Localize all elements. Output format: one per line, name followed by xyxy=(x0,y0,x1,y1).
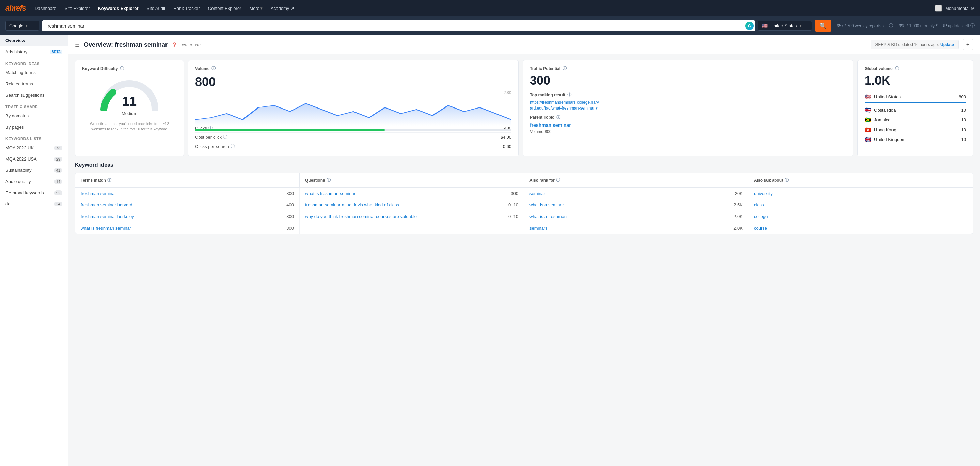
svg-marker-0 xyxy=(195,103,511,126)
sidebar-item-search-suggestions[interactable]: Search suggestions xyxy=(0,89,68,101)
cpc-row: Cost per click ⓘ $4.00 xyxy=(195,132,511,141)
sidebar-item-dell[interactable]: dell 24 xyxy=(0,198,68,209)
country-row-uk[interactable]: 🇬🇧 United Kingdom 10 xyxy=(865,135,966,144)
keyword-link[interactable]: course xyxy=(754,225,767,231)
nav-site-audit[interactable]: Site Audit xyxy=(143,5,169,12)
country-name-us: United States xyxy=(874,94,950,99)
keyword-link[interactable]: seminar xyxy=(530,191,545,196)
weekly-info-icon[interactable]: ⓘ xyxy=(889,23,893,29)
nav-content-explorer[interactable]: Content Explorer xyxy=(205,5,245,12)
country-select[interactable]: 🇺🇸 United States ▾ xyxy=(758,21,812,31)
keyword-link[interactable]: college xyxy=(754,214,768,219)
volume-more-menu[interactable]: ⋯ xyxy=(505,66,511,73)
search-button[interactable]: 🔍 xyxy=(815,20,831,32)
hamburger-icon[interactable]: ☰ xyxy=(75,41,80,48)
cpc-info-icon[interactable]: ⓘ xyxy=(223,134,228,140)
global-volume-info-icon[interactable]: ⓘ xyxy=(895,66,899,71)
keyword-link[interactable]: freshman seminar berkeley xyxy=(81,214,134,219)
nav-more[interactable]: More ▾ xyxy=(246,5,266,12)
top-navigation: ahrefs Dashboard Site Explorer Keywords … xyxy=(0,0,980,16)
keyword-volume: 2.0K xyxy=(725,225,743,231)
keyword-link[interactable]: what is freshman seminar xyxy=(305,191,355,196)
keyword-link[interactable]: what is a freshman xyxy=(530,214,566,219)
col-header-questions: Questions ⓘ xyxy=(300,173,524,188)
us-divider xyxy=(865,102,966,103)
list-item: seminar 20K xyxy=(524,188,748,199)
sidebar-item-sustainability[interactable]: Sustainability 41 xyxy=(0,165,68,176)
add-button[interactable]: + xyxy=(963,39,973,50)
list-count-badge: 41 xyxy=(54,168,62,173)
country-row-hk[interactable]: 🇭🇰 Hong Kong 10 xyxy=(865,125,966,135)
beta-badge: BETA xyxy=(50,50,62,54)
content-header: ☰ Overview: freshman seminar ❓ How to us… xyxy=(68,35,980,54)
parent-topic-link[interactable]: freshman seminar xyxy=(530,122,571,128)
keyword-link[interactable]: what is freshman seminar xyxy=(81,225,131,231)
update-link[interactable]: Update xyxy=(940,42,954,47)
keyword-volume: 0–10 xyxy=(501,214,518,219)
global-volume-label: Global volume ⓘ xyxy=(865,66,966,71)
sidebar-header-keywords-lists: Keywords lists xyxy=(0,133,68,142)
keyword-link[interactable]: freshman seminar xyxy=(81,191,116,196)
country-name-jm: Jamaica xyxy=(874,117,950,122)
parent-topic-info-icon[interactable]: ⓘ xyxy=(557,115,560,120)
volume-info-icon[interactable]: ⓘ xyxy=(212,66,216,71)
engine-select[interactable]: Google ▾ xyxy=(5,21,40,31)
keyword-link[interactable]: why do you think freshman seminar course… xyxy=(305,214,417,219)
nav-dashboard[interactable]: Dashboard xyxy=(31,5,60,12)
sidebar-item-related-terms[interactable]: Related terms xyxy=(0,78,68,89)
how-to-use-button[interactable]: ❓ How to use xyxy=(172,42,200,47)
ideas-col-also-rank: seminar 20K what is a seminar 2.5K what … xyxy=(524,188,748,234)
global-volume-value: 1.0K xyxy=(865,73,966,88)
cps-info-icon[interactable]: ⓘ xyxy=(231,143,235,149)
nav-site-explorer[interactable]: Site Explorer xyxy=(61,5,93,12)
tp-value: 300 xyxy=(530,73,846,88)
sidebar-item-by-pages[interactable]: By pages xyxy=(0,121,68,133)
search-input[interactable] xyxy=(42,21,745,31)
sidebar-item-mqa-usa[interactable]: MQA 2022 USA 29 xyxy=(0,154,68,165)
nav-academy[interactable]: Academy ↗ xyxy=(267,5,298,12)
sidebar-item-ads-history[interactable]: Ads history BETA xyxy=(0,46,68,57)
sidebar-item-ey-broad[interactable]: EY broad keywords 52 xyxy=(0,187,68,198)
list-item: seminars 2.0K xyxy=(524,222,748,234)
top-ranking-label: Top ranking result ⓘ xyxy=(530,92,846,98)
country-row-cr[interactable]: 🇨🇷 Costa Rica 10 xyxy=(865,105,966,115)
keyword-link[interactable]: class xyxy=(754,202,764,208)
keyword-volume: 400 xyxy=(277,202,294,208)
keyword-link[interactable]: university xyxy=(754,191,773,196)
keyword-volume: 300 xyxy=(277,214,294,219)
also-talk-info-icon[interactable]: ⓘ xyxy=(784,177,789,183)
cps-value: 0.60 xyxy=(503,144,511,149)
sidebar-item-overview[interactable]: Overview xyxy=(0,35,68,46)
country-row-us[interactable]: 🇺🇸 United States 800 xyxy=(865,92,966,102)
sidebar: Overview Ads history BETA Keyword ideas … xyxy=(0,35,68,466)
keyword-link[interactable]: freshman seminar at uc davis what kind o… xyxy=(305,202,399,208)
flag-uk-icon: 🇬🇧 xyxy=(865,136,871,143)
list-item: why do you think freshman seminar course… xyxy=(300,211,524,222)
also-rank-info-icon[interactable]: ⓘ xyxy=(556,177,560,183)
sidebar-item-audio-quality[interactable]: Audio quality 14 xyxy=(0,176,68,187)
sidebar-item-mqa-uk[interactable]: MQA 2022 UK 73 xyxy=(0,142,68,154)
monthly-reports: 998 / 1,000 monthly SERP updates left xyxy=(899,24,969,28)
keyword-difficulty-card: Keyword Difficulty ⓘ 11 Medium W xyxy=(75,60,184,157)
nav-keywords-explorer[interactable]: Keywords Explorer xyxy=(95,5,142,12)
sidebar-item-by-domains[interactable]: By domains xyxy=(0,110,68,121)
top-ranking-info-icon[interactable]: ⓘ xyxy=(567,92,571,98)
keyword-link[interactable]: seminars xyxy=(530,225,547,231)
nav-rank-tracker[interactable]: Rank Tracker xyxy=(170,5,203,12)
terms-match-info-icon[interactable]: ⓘ xyxy=(107,177,111,183)
keyword-volume: 800 xyxy=(277,191,294,196)
ideas-col-also-talk: university class college course xyxy=(748,188,973,234)
top-ranking-url[interactable]: https://freshmanseminars.college.harvard… xyxy=(530,100,846,111)
keyword-link[interactable]: freshman seminar harvard xyxy=(81,202,132,208)
keyword-link[interactable]: what is a seminar xyxy=(530,202,564,208)
sidebar-item-matching-terms[interactable]: Matching terms xyxy=(0,67,68,78)
country-row-jm[interactable]: 🇯🇲 Jamaica 10 xyxy=(865,115,966,125)
parent-topic-label: Parent Topic ⓘ xyxy=(530,115,846,120)
questions-info-icon[interactable]: ⓘ xyxy=(326,177,331,183)
kd-info-icon[interactable]: ⓘ xyxy=(120,66,124,71)
monthly-info-icon[interactable]: ⓘ xyxy=(970,23,975,29)
tp-info-icon[interactable]: ⓘ xyxy=(563,66,566,71)
country-chevron-icon: ▾ xyxy=(800,24,802,28)
weekly-reports: 657 / 700 weekly reports left xyxy=(837,24,888,28)
cpc-value: $4.00 xyxy=(500,135,511,140)
